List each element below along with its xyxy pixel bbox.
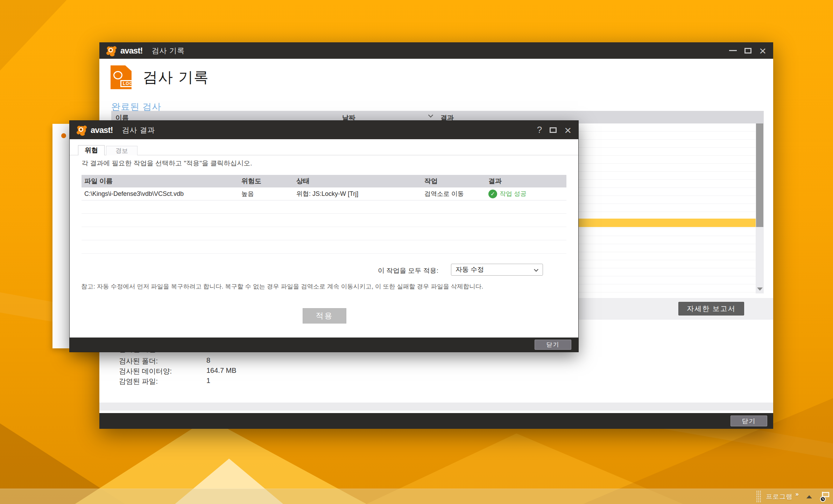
tab-threats[interactable]: 위협 [78, 145, 105, 155]
maximize-button[interactable] [550, 127, 557, 133]
close-window-button[interactable]: × [759, 47, 766, 54]
toolbar-grip-handle[interactable] [756, 490, 761, 503]
dialog-title: 검사 결과 [122, 125, 155, 135]
threat-status: 위협: JS:Locky-W [Trj] [294, 190, 422, 198]
system-tray: 프로그램 » [756, 489, 830, 504]
footer-strip [99, 403, 773, 411]
result-table-header: 파일 이름 위험도 상태 작업 결과 [82, 175, 566, 187]
stat-value: 8 [206, 356, 210, 364]
action-center-flag-icon[interactable] [820, 491, 830, 502]
avast-logo-icon [106, 45, 118, 57]
programs-toolbar-label[interactable]: 프로그램 [766, 492, 793, 501]
dialog-footer: 닫기 [70, 338, 578, 352]
dialog-close-button[interactable]: 닫기 [535, 340, 571, 350]
instruction-text: 각 결과에 필요한 작업을 선택하고 "적용"을 클릭하십시오. [82, 159, 252, 168]
scan-history-titlebar[interactable]: avast! 검사 기록 × [99, 42, 773, 59]
result-table-row[interactable]: C:\Kings\i-Defense3\vdb\VCSct.vdb 높음 위협:… [82, 187, 566, 200]
apply-all-label: 이 작업을 모두 적용: [378, 266, 438, 275]
column-severity: 위험도 [239, 177, 294, 186]
window-footer: 닫기 [99, 413, 773, 429]
history-close-button[interactable]: 닫기 [730, 416, 767, 426]
page-title: 검사 기록 [143, 68, 209, 87]
stat-label: 검사된 데이터양: [119, 367, 172, 376]
avast-logo-icon [76, 124, 88, 136]
scan-log-icon: LOG [111, 65, 132, 89]
column-file-name: 파일 이름 [82, 177, 239, 186]
empty-row [82, 227, 566, 240]
column-result: 결과 [486, 177, 566, 186]
column-action: 작업 [422, 177, 486, 186]
sort-desc-icon[interactable] [428, 113, 433, 118]
taskbar[interactable]: 프로그램 » [0, 489, 833, 504]
scan-result-titlebar[interactable]: avast! 검사 결과 ? × [70, 121, 578, 139]
show-hidden-icons-icon[interactable] [806, 495, 812, 498]
empty-row [82, 200, 566, 214]
scrollbar-down-icon[interactable] [757, 288, 763, 291]
tab-alerts[interactable]: 경보 [106, 146, 137, 155]
stat-value: 1 [206, 377, 210, 385]
log-badge: LOG [120, 80, 135, 87]
empty-row [82, 214, 566, 227]
avast-brand-text: avast! [91, 125, 113, 135]
stat-label: 감염된 파일: [119, 377, 158, 386]
result-text: 작업 성공 [500, 190, 527, 198]
selected-action: 자동 수정 [456, 265, 484, 274]
chevron-down-icon [534, 267, 538, 272]
orange-dot-icon [61, 133, 66, 138]
maximize-button[interactable] [744, 48, 751, 54]
detailed-report-button[interactable]: 자세한 보고서 [678, 302, 744, 315]
empty-row [82, 240, 566, 254]
apply-button[interactable]: 적용 [303, 308, 346, 324]
severity: 높음 [239, 190, 294, 198]
desktop: 프로그램 » a [0, 0, 833, 504]
window-title: 검사 기록 [151, 46, 185, 56]
scan-result-dialog: avast! 검사 결과 ? × 위협 경보 각 결과에 필요한 작업을 선택하… [70, 121, 578, 352]
action-taken: 검역소로 이동 [422, 190, 486, 198]
close-dialog-button[interactable]: × [564, 127, 571, 134]
success-check-icon: ✓ [488, 190, 497, 198]
avast-brand-text: avast! [120, 46, 142, 56]
auto-fix-note: 참고: 자동 수정에서 먼저 파일을 복구하려고 합니다. 복구할 수 없는 경… [81, 282, 569, 291]
minimize-button[interactable] [729, 50, 737, 51]
stat-value: 164.7 MB [206, 367, 237, 375]
tab-divider [70, 155, 578, 155]
column-status: 상태 [294, 177, 422, 186]
toolbar-expand-icon[interactable]: » [796, 491, 799, 498]
help-button[interactable]: ? [537, 125, 542, 135]
scrollbar-thumb[interactable] [756, 123, 763, 227]
apply-action-select[interactable]: 자동 수정 [451, 264, 543, 276]
history-scrollbar[interactable] [756, 123, 764, 293]
background-window-edge [52, 124, 70, 348]
file-path: C:\Kings\i-Defense3\vdb\VCSct.vdb [82, 190, 239, 198]
stat-label: 검사된 폴더: [119, 356, 158, 366]
